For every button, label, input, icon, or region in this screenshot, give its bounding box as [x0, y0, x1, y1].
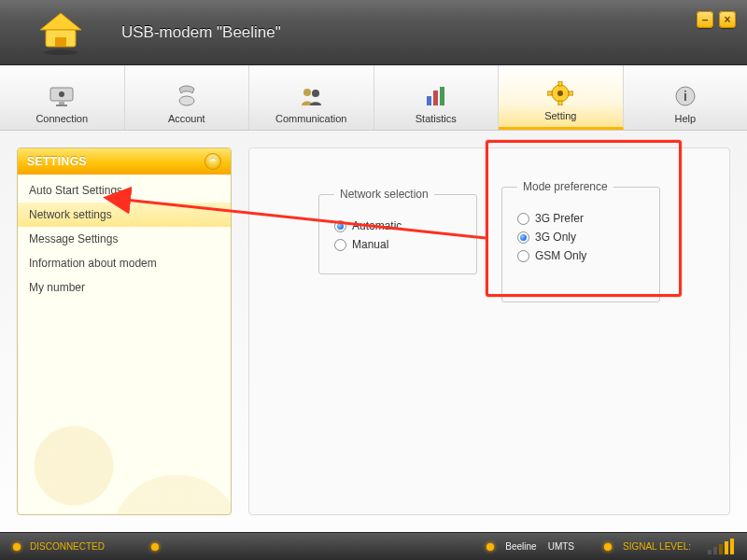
- sidebar-header[interactable]: SETTINGS ⌃: [18, 148, 231, 175]
- titlebar: USB-modem "Beeline" – ×: [0, 0, 747, 65]
- network-selection-group: Network selection Automatic Manual: [318, 188, 477, 274]
- radio-icon: [334, 239, 346, 251]
- monitor-icon: [47, 83, 77, 109]
- tab-account[interactable]: Account: [125, 65, 250, 130]
- tab-label: Communication: [275, 113, 346, 124]
- statusbar: DISCONNECTED Beeline UMTS SIGNAL LEVEL:: [0, 532, 747, 560]
- minimize-button[interactable]: –: [697, 11, 713, 28]
- svg-point-15: [557, 91, 563, 96]
- group-legend: Mode preference: [517, 180, 613, 193]
- radio-gsm-only[interactable]: GSM Only: [517, 249, 644, 262]
- radio-3g-prefer[interactable]: 3G Prefer: [517, 212, 644, 225]
- status-dot-icon: [604, 543, 612, 551]
- sidebar-item-message-settings[interactable]: Message Settings: [18, 227, 231, 251]
- status-dot-icon: [486, 543, 494, 551]
- connection-state: DISCONNECTED: [30, 541, 105, 552]
- svg-marker-1: [40, 13, 81, 30]
- sidebar-item-my-number[interactable]: My number: [18, 275, 231, 300]
- sidebar-item-information-modem[interactable]: Information about modem: [18, 251, 231, 275]
- svg-point-7: [59, 91, 64, 97]
- sidebar-item-network-settings[interactable]: Network settings: [18, 203, 231, 227]
- svg-rect-17: [558, 101, 562, 105]
- phone-icon: [172, 83, 202, 109]
- gear-icon: [545, 80, 575, 106]
- chevron-up-icon[interactable]: ⌃: [204, 153, 221, 170]
- signal-label: SIGNAL LEVEL:: [623, 541, 691, 552]
- app-logo: [0, 0, 121, 65]
- info-icon: i: [670, 83, 700, 109]
- signal-strength-icon: [708, 539, 734, 554]
- tab-setting[interactable]: Setting: [499, 65, 624, 130]
- svg-rect-3: [55, 37, 66, 47]
- svg-rect-11: [427, 96, 431, 105]
- close-button[interactable]: ×: [719, 11, 736, 28]
- bar-chart-icon: [421, 83, 451, 109]
- mode-preference-group: Mode preference 3G Prefer 3G Only GSM On…: [501, 180, 660, 302]
- tab-label: Statistics: [416, 113, 457, 124]
- svg-rect-13: [440, 87, 444, 105]
- radio-icon: [517, 231, 529, 244]
- radio-3g-only[interactable]: 3G Only: [517, 231, 644, 244]
- svg-text:i: i: [684, 89, 687, 104]
- svg-rect-5: [59, 102, 64, 105]
- main-toolbar: Connection Account Communication Statist…: [0, 65, 747, 131]
- radio-icon: [334, 220, 346, 232]
- svg-point-0: [44, 49, 78, 55]
- svg-rect-16: [558, 81, 562, 86]
- svg-point-10: [312, 90, 319, 97]
- status-dot-icon: [13, 543, 21, 551]
- svg-point-8: [179, 96, 194, 105]
- svg-rect-12: [433, 91, 438, 105]
- tab-label: Account: [168, 113, 205, 124]
- operator-name: Beeline: [505, 541, 536, 552]
- svg-point-9: [303, 89, 311, 96]
- radio-manual[interactable]: Manual: [334, 238, 461, 251]
- sidebar-title: SETTINGS: [27, 155, 87, 168]
- status-dot-icon: [151, 543, 159, 551]
- radio-label: 3G Prefer: [535, 212, 584, 225]
- svg-rect-6: [56, 105, 67, 106]
- tab-label: Help: [674, 113, 696, 124]
- network-type: UMTS: [548, 541, 574, 552]
- tab-connection[interactable]: Connection: [0, 65, 125, 130]
- radio-label: GSM Only: [535, 249, 586, 262]
- radio-icon: [517, 250, 529, 262]
- group-legend: Network selection: [334, 188, 434, 201]
- content-area: SETTINGS ⌃ Auto Start Settings Network s…: [0, 131, 747, 532]
- tab-label: Connection: [35, 113, 88, 124]
- sidebar-item-auto-start[interactable]: Auto Start Settings: [18, 178, 231, 203]
- svg-rect-19: [569, 91, 573, 95]
- settings-panel: Network selection Automatic Manual Mode …: [248, 147, 730, 515]
- radio-icon: [517, 213, 529, 225]
- svg-rect-18: [547, 91, 552, 95]
- radio-automatic[interactable]: Automatic: [334, 219, 461, 232]
- app-title: USB-modem "Beeline": [121, 23, 281, 42]
- settings-sidebar: SETTINGS ⌃ Auto Start Settings Network s…: [17, 147, 232, 515]
- radio-label: Manual: [352, 238, 388, 251]
- people-icon: [296, 83, 326, 109]
- tab-communication[interactable]: Communication: [249, 65, 374, 130]
- tab-help[interactable]: i Help: [624, 65, 748, 130]
- tab-label: Setting: [544, 110, 576, 121]
- radio-label: Automatic: [352, 219, 402, 232]
- tab-statistics[interactable]: Statistics: [374, 65, 500, 130]
- radio-label: 3G Only: [535, 231, 576, 244]
